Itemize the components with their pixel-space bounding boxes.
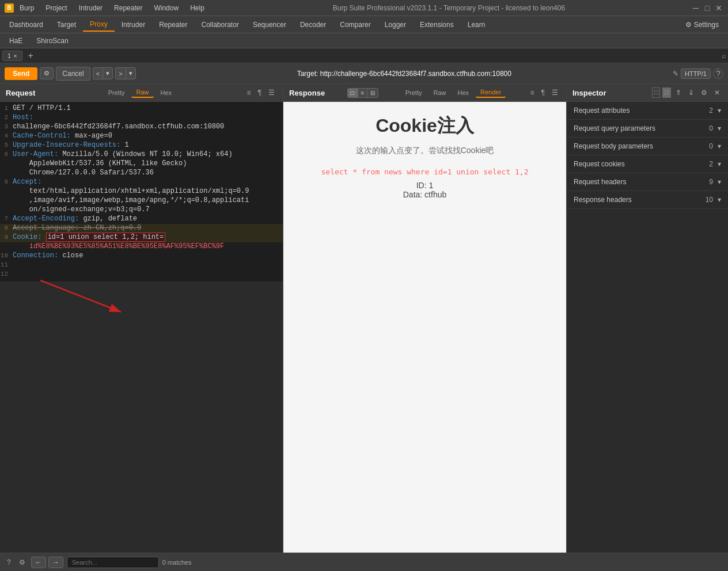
- inspector-row-query-params[interactable]: Request query parameters 0 ▾: [567, 120, 728, 138]
- cancel-button[interactable]: Cancel: [56, 67, 90, 81]
- response-tab-raw[interactable]: Raw: [429, 88, 450, 97]
- response-body: Cookie注入 这次的输入点变了。尝试找找Cookie吧 select * f…: [283, 102, 566, 553]
- search-input[interactable]: [67, 557, 159, 568]
- request-line-8: Chrome/127.0.0.0 Safari/537.36: [0, 169, 283, 178]
- render-content: Cookie注入 这次的输入点变了。尝试找找Cookie吧 select * f…: [321, 113, 528, 199]
- response-panel-icons: ≡ ¶ ☰: [528, 87, 560, 98]
- request-line-9: 6 Accept:: [0, 178, 283, 187]
- inspector-panel: Inspector □ □ ⇑ ⇓ ⚙ ✕ Request attributes…: [567, 84, 728, 553]
- tab-learn[interactable]: Learn: [461, 18, 492, 31]
- request-tabs: Pretty Raw Hex: [104, 87, 176, 98]
- request-line-15: 9 Cookie: id=1 union select 1,2; hint=: [0, 233, 283, 242]
- chevron-down-icon: ▾: [718, 106, 721, 115]
- inspector-close-icon[interactable]: ✕: [712, 87, 722, 98]
- request-tab-raw[interactable]: Raw: [131, 87, 153, 98]
- request-line-16: id%E8%BE%93%E5%85%A51%E8%BE%95E8%AF%95%E…: [0, 242, 283, 252]
- request-line-13: 7 Accept-Encoding: gzip, deflate: [0, 215, 283, 224]
- settings-button[interactable]: ⚙ Settings: [678, 18, 726, 31]
- menu-project[interactable]: Project: [43, 3, 69, 13]
- response-panel-header: Response □ ≡ ⊟ Pretty Raw Hex Render ≡ ¶…: [283, 84, 566, 102]
- request-tab-1[interactable]: 1 ×: [2, 51, 22, 61]
- tab-target[interactable]: Target: [50, 18, 83, 31]
- response-menu-icon[interactable]: ☰: [549, 87, 560, 98]
- tab-logger[interactable]: Logger: [378, 18, 413, 31]
- menu-help[interactable]: Help: [188, 3, 207, 13]
- inspector-row-request-headers[interactable]: Request headers 9 ▾: [567, 173, 728, 191]
- inspector-up-icon[interactable]: ⇑: [673, 87, 684, 98]
- request-paragraph-icon[interactable]: ¶: [256, 87, 264, 98]
- request-line-3: 3 challenge-6bc6442fd23684f7.sandbox.ctf…: [0, 123, 283, 132]
- tab-hae[interactable]: HaE: [2, 35, 29, 47]
- response-tabs: Pretty Raw Hex Render: [401, 87, 506, 98]
- request-body[interactable]: 1 GET / HTTP/1.1 2 Host: 3 challenge-6bc…: [0, 102, 283, 281]
- back-button[interactable]: ←: [31, 557, 46, 568]
- inspector-row-body-params[interactable]: Request body parameters 0 ▾: [567, 138, 728, 155]
- send-settings-button[interactable]: ⚙: [40, 67, 54, 79]
- tab-proxy[interactable]: Proxy: [83, 18, 115, 32]
- minimize-button[interactable]: ─: [691, 3, 700, 13]
- request-menu-icon[interactable]: ☰: [266, 87, 277, 98]
- view-horizontal-button[interactable]: ≡: [358, 88, 368, 98]
- tab-dashboard[interactable]: Dashboard: [2, 18, 50, 31]
- menu-burp[interactable]: Burp: [17, 3, 36, 13]
- menu-window[interactable]: Window: [151, 3, 181, 13]
- response-tab-render[interactable]: Render: [476, 87, 506, 98]
- app-title: Burp Suite Professional v2023.1.1 - Temp…: [207, 4, 691, 12]
- request-line-14: 8 Accept-Language: zh-CN,zh;q=0.9: [0, 224, 283, 233]
- request-wrap-icon[interactable]: ≡: [245, 87, 253, 98]
- tab-row: 1 × + ⌕: [0, 48, 728, 63]
- request-line-11: ,image/avif,image/webp,image/apng,*/*;q=…: [0, 196, 283, 205]
- view-vertical-button[interactable]: ⊟: [367, 88, 378, 98]
- settings-bottom-icon[interactable]: ⚙: [17, 557, 28, 568]
- inspector-row-response-headers[interactable]: Response headers 10 ▾: [567, 191, 728, 209]
- add-tab-button[interactable]: +: [25, 50, 37, 62]
- response-paragraph-icon[interactable]: ¶: [539, 87, 547, 98]
- nav-fwd-dropdown[interactable]: ▾: [126, 67, 136, 79]
- inspector-row-attributes[interactable]: Request attributes 2 ▾: [567, 102, 728, 120]
- nav-back-button[interactable]: <: [93, 67, 103, 79]
- request-panel-title: Request: [6, 89, 35, 97]
- maximize-button[interactable]: □: [703, 3, 712, 13]
- chevron-down-icon: ▾: [718, 142, 721, 150]
- edit-target-icon[interactable]: ✎: [673, 70, 678, 78]
- response-copy-icon[interactable]: ≡: [528, 87, 537, 98]
- tab-extensions[interactable]: Extensions: [413, 18, 461, 31]
- forward-button[interactable]: →: [48, 557, 63, 568]
- view-split-button[interactable]: □: [347, 88, 358, 98]
- tab-close-icon[interactable]: ×: [13, 52, 17, 59]
- inspector-body: Request attributes 2 ▾ Request query par…: [567, 102, 728, 553]
- nav-fwd-button[interactable]: >: [115, 67, 125, 79]
- menu-repeater[interactable]: Repeater: [112, 3, 145, 13]
- tab-intruder[interactable]: Intruder: [115, 18, 152, 31]
- response-tab-hex[interactable]: Hex: [453, 88, 474, 97]
- main-content: Request Pretty Raw Hex ≡ ¶ ☰ 1 GET / HTT…: [0, 84, 728, 553]
- send-button[interactable]: Send: [5, 67, 37, 80]
- tab-shiroscan[interactable]: ShiroScan: [29, 35, 75, 47]
- arrow-annotation: [35, 275, 150, 321]
- inspector-settings-icon[interactable]: ⚙: [699, 87, 710, 98]
- tab-repeater[interactable]: Repeater: [152, 18, 194, 31]
- tab-collaborator[interactable]: Collaborator: [195, 18, 246, 31]
- response-tab-pretty[interactable]: Pretty: [401, 88, 427, 97]
- request-line-4: 4 Cache-Control: max-age=0: [0, 132, 283, 141]
- menu-intruder[interactable]: Intruder: [77, 3, 105, 13]
- tab-sequencer[interactable]: Sequencer: [246, 18, 293, 31]
- inspector-row-cookies[interactable]: Request cookies 2 ▾: [567, 155, 728, 173]
- help-icon[interactable]: ?: [713, 68, 723, 79]
- inspector-split-icon[interactable]: □: [652, 87, 661, 98]
- request-tab-hex[interactable]: Hex: [156, 88, 177, 97]
- help-bottom-icon[interactable]: ?: [5, 557, 13, 568]
- render-sql: select * from news where id=1 union sele…: [321, 168, 528, 176]
- bottom-bar: ? ⚙ ← → 0 matches: [0, 553, 728, 571]
- inspector-panel-icon[interactable]: □: [662, 87, 671, 98]
- close-button[interactable]: ✕: [714, 3, 723, 13]
- title-bar: B Burp Project Intruder Repeater Window …: [0, 0, 728, 16]
- search-icon[interactable]: ⌕: [722, 52, 726, 60]
- tab-decoder[interactable]: Decoder: [293, 18, 333, 31]
- window-controls: ─ □ ✕: [691, 3, 723, 13]
- request-line-7: AppleWebKit/537.36 (KHTML, like Gecko): [0, 159, 283, 169]
- request-tab-pretty[interactable]: Pretty: [104, 88, 130, 97]
- nav-back-dropdown[interactable]: ▾: [103, 67, 113, 79]
- inspector-down-icon[interactable]: ⇓: [686, 87, 696, 98]
- tab-comparer[interactable]: Comparer: [333, 18, 377, 31]
